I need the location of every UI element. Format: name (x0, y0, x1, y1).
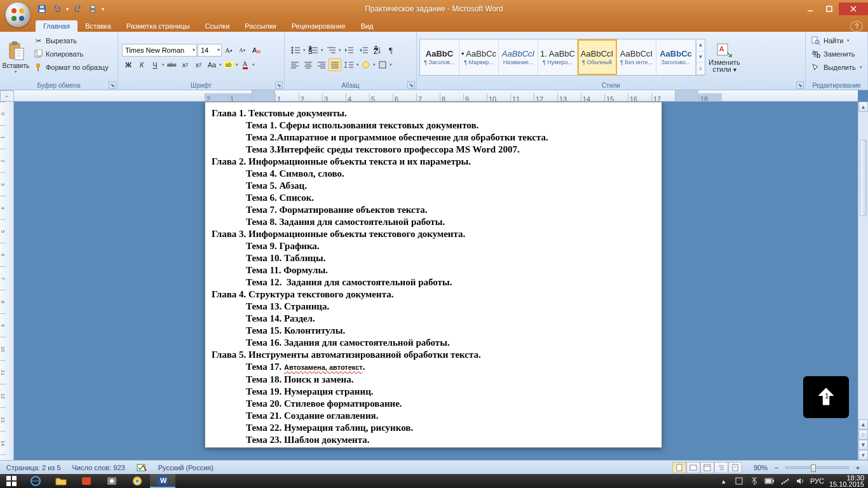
doc-line[interactable]: Тема 9. Графика. (212, 240, 655, 252)
align-left-button[interactable] (288, 58, 301, 71)
zoom-slider[interactable] (785, 466, 849, 469)
align-center-button[interactable] (302, 58, 315, 71)
undo-icon[interactable] (51, 3, 64, 15)
line-spacing-button[interactable] (342, 58, 356, 71)
style-item[interactable]: AaBbCcIНазвание... (499, 39, 538, 75)
doc-line[interactable]: Глава 2. Информационные объекты текста и… (212, 156, 655, 168)
quickprint-icon[interactable] (86, 3, 99, 15)
task-ie-icon[interactable] (23, 474, 48, 488)
zoom-out-button[interactable]: − (770, 461, 783, 474)
tab-ссылки[interactable]: Ссылки (198, 20, 238, 32)
doc-line[interactable]: Тема 18. Поиск и замена. (212, 374, 655, 386)
font-launcher-icon[interactable]: ⬊ (275, 81, 283, 89)
doc-line[interactable]: Тема 6. Список. (212, 192, 655, 204)
shrink-font-button[interactable]: A▾ (236, 44, 248, 57)
doc-line[interactable]: Тема 15. Колонтитулы. (212, 325, 655, 337)
doc-line[interactable]: Тема 19. Нумерация страниц. (212, 386, 655, 398)
tab-рецензирование[interactable]: Рецензирование (284, 20, 353, 32)
status-proofing[interactable] (134, 462, 149, 473)
show-marks-button[interactable]: ¶ (384, 44, 397, 57)
close-button[interactable] (839, 3, 868, 15)
style-item[interactable]: 1. AaBbC¶ Нумеро... (538, 39, 578, 75)
change-case-button[interactable]: Aa (206, 58, 219, 71)
highlight-button[interactable]: ab (222, 58, 235, 71)
underline-button[interactable]: Ч (149, 58, 161, 71)
page[interactable]: Глава 1. Текстовые документы.Тема 1. Сфе… (205, 102, 662, 448)
font-size-combo[interactable]: 14▾ (198, 44, 222, 57)
doc-line[interactable]: Глава 5. Инструменты автоматизированной … (212, 349, 655, 361)
redo-icon[interactable] (71, 3, 84, 15)
style-item[interactable]: AaBbCcI¶ Без инте... (617, 39, 656, 75)
doc-line[interactable]: Тема 13. Страница. (212, 301, 655, 313)
doc-line[interactable]: Тема 5. Абзац. (212, 180, 655, 192)
strike-button[interactable]: abc (165, 58, 179, 71)
tray-up-icon[interactable]: ▴ (719, 476, 729, 486)
horizontal-ruler[interactable]: 21123456789101112131415161718 (14, 90, 858, 102)
doc-line[interactable]: Тема 8. Задания для самостоятельной рабо… (212, 216, 655, 228)
tray-volume-icon[interactable] (795, 476, 805, 486)
ruler-corner[interactable]: ⌐ (0, 90, 14, 102)
font-family-combo[interactable]: Times New Roman▾ (122, 44, 197, 57)
replace-button[interactable]: abЗаменить (808, 48, 865, 60)
maximize-button[interactable] (820, 3, 839, 15)
doc-line[interactable]: Тема 12. Задания для самостоятельной раб… (212, 276, 655, 288)
multilevel-button[interactable] (324, 44, 338, 57)
format-painter-button[interactable]: Формат по образцу (31, 61, 111, 74)
sort-button[interactable]: AZ (371, 44, 384, 57)
prev-page-button[interactable]: ▲ (858, 419, 868, 430)
tab-рассылки[interactable]: Рассылки (237, 20, 283, 32)
save-icon[interactable] (36, 3, 48, 15)
doc-line[interactable]: Тема 7. Форматирование объектов текста. (212, 204, 655, 216)
doc-line[interactable]: Тема 14. Раздел. (212, 313, 655, 325)
superscript-button[interactable]: x2 (193, 58, 205, 71)
undo-dropdown-icon[interactable]: ▾ (66, 6, 69, 12)
task-explorer-icon[interactable] (48, 474, 74, 488)
tab-главная[interactable]: Главная (36, 20, 78, 32)
styles-launcher-icon[interactable]: ⬊ (796, 81, 804, 89)
browse-object-button[interactable]: ○ (858, 430, 868, 440)
clipboard-launcher-icon[interactable]: ⬊ (109, 81, 116, 89)
bullets-button[interactable] (288, 44, 302, 57)
office-button[interactable] (5, 2, 31, 27)
styles-scroll[interactable]: ▲▼≡ (696, 39, 705, 75)
doc-line[interactable]: Тема 21. Создание оглавления. (212, 410, 655, 422)
doc-line[interactable]: Тема 16. Задания для самостоятельной раб… (212, 337, 655, 349)
doc-line[interactable]: Глава 1. Текстовые документы. (212, 107, 655, 119)
doc-line[interactable]: Тема 2.Аппаратное и программное обеспече… (212, 132, 655, 144)
doc-line[interactable]: Глава 3. Информационные объекты текстово… (212, 228, 655, 240)
vertical-ruler[interactable]: 0123456789101112131415 (0, 102, 14, 460)
shading-button[interactable] (360, 58, 372, 71)
document-viewport[interactable]: Глава 1. Текстовые документы.Тема 1. Сфе… (14, 102, 858, 460)
tray-network-icon[interactable] (780, 476, 790, 486)
status-words[interactable]: Число слов: 923 (70, 463, 128, 473)
tray-battery-icon[interactable] (764, 476, 775, 486)
scroll-thumb[interactable] (860, 140, 867, 216)
tray-language[interactable]: РУС (810, 477, 824, 485)
status-page[interactable]: Страница: 2 из 5 (4, 463, 64, 473)
doc-line[interactable]: Тема 11. Формулы. (212, 264, 655, 276)
doc-line[interactable]: Тема 22. Нумерация таблиц, рисунков. (212, 422, 655, 434)
view-print-layout[interactable] (672, 462, 686, 473)
tray-clock[interactable]: 18:30 15.10.2015 (829, 475, 864, 487)
subscript-button[interactable]: x2 (179, 58, 192, 71)
italic-button[interactable]: К (135, 58, 148, 71)
doc-line[interactable]: Тема 1. Сферы использования текстовых до… (212, 119, 655, 132)
start-button[interactable] (0, 474, 23, 488)
help-icon[interactable]: ? (850, 21, 863, 32)
scroll-down-button[interactable]: ▼ (858, 450, 868, 460)
tray-bluetooth-icon[interactable] (749, 476, 759, 486)
tab-вставка[interactable]: Вставка (78, 20, 119, 32)
status-language[interactable]: Русский (Россия) (156, 463, 216, 473)
qat-customize-icon[interactable]: ▾ (102, 6, 104, 12)
change-styles-button[interactable]: A Изменить стили ▾ (707, 40, 742, 74)
style-item[interactable]: AaBbCcЗаголово... (656, 39, 696, 75)
doc-line[interactable]: Тема 23. Шаблон документа. (212, 434, 655, 446)
copy-button[interactable]: Копировать (31, 48, 111, 60)
cut-button[interactable]: ✂Вырезать (31, 34, 111, 47)
numbering-button[interactable]: 123 (306, 44, 320, 57)
view-full-screen[interactable] (686, 462, 700, 473)
increase-indent-button[interactable] (356, 44, 370, 57)
task-app2-icon[interactable] (99, 474, 125, 488)
share-overlay-badge[interactable]: 1 (803, 376, 849, 418)
align-right-button[interactable] (315, 58, 328, 71)
